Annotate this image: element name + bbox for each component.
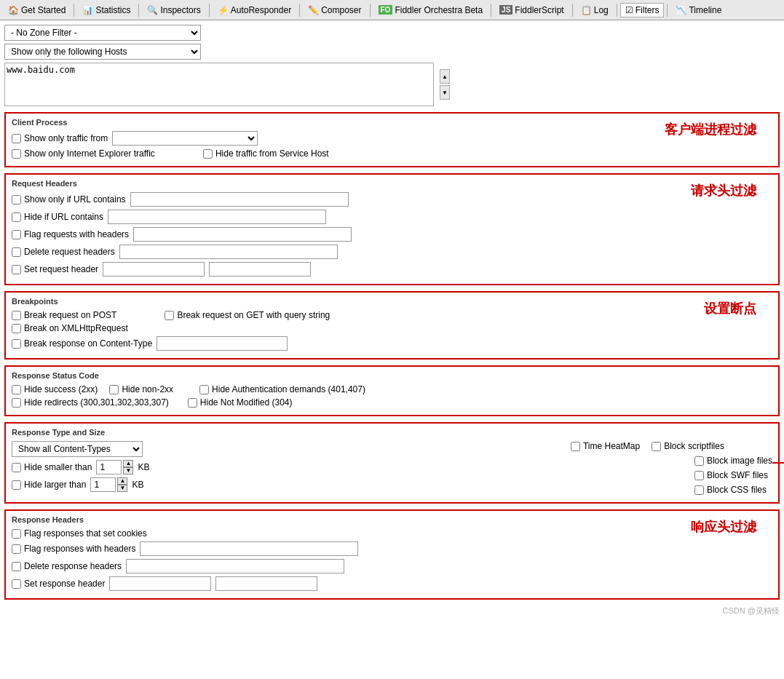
flag-headers-row: Flag responses with headers (12, 541, 772, 556)
flag-headers-checkbox[interactable] (12, 544, 21, 554)
host-textarea-row: www.baidu.com ▲ ▼ (4, 63, 780, 106)
hide-not-modified-checkbox[interactable] (188, 398, 197, 408)
script-icon: JS (499, 5, 512, 15)
delete-response-checkbox[interactable] (12, 562, 21, 571)
delete-request-input[interactable] (119, 245, 338, 259)
traffic-source-select[interactable] (112, 131, 258, 146)
break-response-checkbox[interactable] (12, 339, 21, 349)
breakpoints-title: Breakpoints (12, 297, 772, 306)
toolbar-separator-8 (617, 4, 617, 17)
show-traffic-label: Show only traffic from (12, 133, 108, 143)
hide-smaller-input[interactable] (96, 460, 122, 474)
host-filter-select[interactable]: Show only the following Hosts (4, 44, 201, 60)
response-type-content: Show all Content-Types Hide smaller than… (12, 441, 772, 498)
toolbar-filters[interactable]: ☑ Filters (620, 3, 665, 17)
break-get-checkbox[interactable] (165, 311, 174, 320)
set-response-checkbox[interactable] (12, 579, 21, 589)
hide-redirects-checkbox[interactable] (12, 398, 21, 408)
larger-up-btn[interactable]: ▲ (117, 477, 127, 485)
delete-response-input[interactable] (126, 559, 344, 573)
timeline-icon: 📉 (676, 5, 686, 15)
hide-smaller-row: Hide smaller than ▲ ▼ KB (12, 460, 556, 474)
block-image-label: Block image files (694, 456, 772, 466)
hide-status-row2: Hide redirects (300,301,302,303,307) Hid… (12, 397, 772, 408)
block-css-label: Block CSS files (694, 485, 767, 495)
toolbar-timeline[interactable]: 📉 Timeline (670, 3, 726, 17)
set-request-key-input[interactable] (103, 262, 205, 277)
break-post-checkbox[interactable] (12, 311, 21, 320)
delete-request-checkbox[interactable] (12, 247, 21, 257)
flag-cookies-row: Flag responses that set cookies (12, 528, 772, 539)
toolbar-inspectors[interactable]: 🔍 Inspectors (142, 3, 205, 17)
set-request-checkbox[interactable] (12, 265, 21, 274)
request-headers-section: Request Headers 请求头过滤 Show only if URL c… (4, 173, 780, 285)
response-headers-section: Response Headers 响应头过滤 Flag responses th… (4, 509, 780, 600)
hide-auth-checkbox[interactable] (199, 385, 209, 394)
content-type-select[interactable]: Show all Content-Types (12, 441, 143, 457)
toolbar-fiddler-orchestra[interactable]: FO Fiddler Orchestra Beta (373, 3, 488, 17)
toolbar-fiddlerscript[interactable]: JS FiddlerScript (494, 3, 569, 17)
flag-cookies-checkbox[interactable] (12, 529, 21, 539)
host-textarea[interactable]: www.baidu.com (4, 63, 434, 106)
hide-success-checkbox[interactable] (12, 385, 21, 394)
delete-request-label: Delete request headers (12, 247, 115, 257)
show-ie-checkbox[interactable] (12, 149, 21, 159)
hide-url-row: Hide if URL contains (12, 210, 772, 224)
block-swf-label: Block SWF files (694, 470, 768, 480)
zone-filter-select[interactable]: - No Zone Filter - (4, 25, 201, 41)
flag-headers-input[interactable] (140, 541, 358, 556)
hide-redirects-label: Hide redirects (300,301,302,303,307) (12, 397, 169, 408)
hide-larger-checkbox[interactable] (12, 480, 21, 490)
block-image-checkbox[interactable] (694, 456, 704, 466)
toolbar-separator-2 (138, 4, 139, 17)
toolbar-statistics[interactable]: 📊 Statistics (77, 3, 135, 17)
set-request-value-input[interactable] (209, 262, 311, 277)
set-response-row: Set response header (12, 576, 772, 591)
set-response-key-input[interactable] (109, 576, 211, 591)
time-heatmap-checkbox[interactable] (571, 442, 580, 451)
hide-url-checkbox[interactable] (12, 213, 21, 222)
inspect-icon: 🔍 (147, 5, 158, 15)
set-response-value-input[interactable] (215, 576, 317, 591)
main-content: - No Zone Filter - Show only the followi… (0, 20, 784, 679)
fo-icon: FO (379, 5, 393, 15)
show-traffic-checkbox[interactable] (12, 134, 21, 143)
hide-service-host-checkbox[interactable] (203, 149, 213, 159)
show-url-input[interactable] (130, 192, 349, 207)
larger-down-btn[interactable]: ▼ (117, 485, 127, 492)
log-icon: 📋 (581, 5, 592, 15)
flag-requests-input[interactable] (133, 227, 352, 242)
smaller-down-btn[interactable]: ▼ (123, 467, 133, 474)
smaller-up-btn[interactable]: ▲ (123, 460, 133, 467)
hide-non2xx-checkbox[interactable] (109, 385, 119, 394)
hide-non2xx-label: Hide non-2xx (109, 384, 173, 394)
toolbar-log[interactable]: 📋 Log (576, 3, 614, 17)
delete-request-row: Delete request headers (12, 245, 772, 259)
block-script-checkbox[interactable] (652, 442, 661, 451)
break-xml-checkbox[interactable] (12, 324, 21, 333)
response-type-section: Response Type and Size Show all Content-… (4, 422, 780, 504)
scroll-up-btn[interactable]: ▲ (440, 69, 450, 84)
flag-requests-checkbox[interactable] (12, 230, 21, 239)
toolbar-separator-7 (572, 4, 573, 17)
break-response-label: Break response on Content-Type (12, 338, 152, 349)
break-xml-row: Break on XMLHttpRequest (12, 323, 772, 333)
toolbar-composer[interactable]: ✏️ Composer (303, 3, 366, 17)
toolbar-separator-3 (209, 4, 210, 17)
scroll-down-btn[interactable]: ▼ (440, 85, 450, 100)
response-type-title: Response Type and Size (12, 428, 772, 437)
show-url-checkbox[interactable] (12, 195, 21, 205)
kb-label-1: KB (138, 462, 149, 472)
hide-smaller-checkbox[interactable] (12, 463, 21, 472)
hide-url-input[interactable] (108, 210, 326, 224)
break-response-input[interactable] (157, 336, 288, 351)
toolbar-get-started[interactable]: 🏠 Get Started (3, 3, 71, 17)
block-css-checkbox[interactable] (694, 485, 704, 495)
block-swf-checkbox[interactable] (694, 471, 704, 480)
show-url-row: Show only if URL contains (12, 192, 772, 207)
hide-larger-input[interactable] (90, 477, 116, 492)
toolbar-autoresponder[interactable]: ⚡ AutoResponder (213, 3, 296, 17)
chart-icon: 📊 (82, 5, 93, 15)
kb-label-2: KB (132, 480, 143, 490)
show-traffic-row: Show only traffic from (12, 131, 772, 146)
